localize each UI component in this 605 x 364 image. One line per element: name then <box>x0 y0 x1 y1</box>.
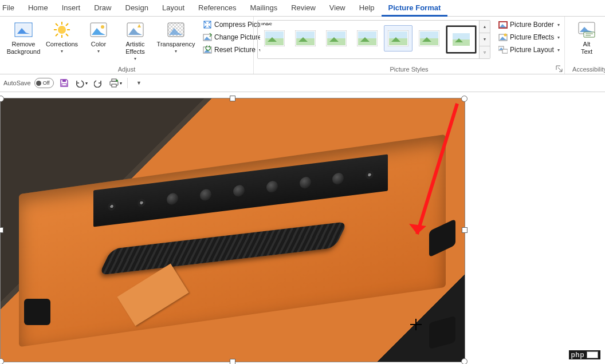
watermark: php <box>569 350 601 359</box>
transparency-icon <box>166 20 186 39</box>
corrections-button[interactable]: Corrections ▾ <box>44 19 80 55</box>
svg-line-10 <box>56 34 58 36</box>
color-button[interactable]: Color ▾ <box>80 19 117 55</box>
tab-file[interactable]: File <box>0 0 21 16</box>
resize-handle[interactable] <box>230 359 235 364</box>
gallery-scroll-down[interactable]: ▾ <box>480 33 490 46</box>
picture-style-thumb[interactable] <box>353 25 382 52</box>
quick-print-button[interactable]: ▾ <box>109 76 123 90</box>
resize-handle[interactable] <box>230 96 235 101</box>
tab-draw[interactable]: Draw <box>87 0 118 16</box>
picture-layout-button[interactable]: Picture Layout ▾ <box>496 44 562 56</box>
picture-style-thumb[interactable] <box>415 25 443 52</box>
group-label-picture-styles: Picture Styles <box>254 66 564 73</box>
change-picture-icon <box>203 33 212 42</box>
dropdown-caret-icon: ▾ <box>120 81 122 86</box>
picture-layout-icon <box>498 45 508 54</box>
gallery-expand[interactable]: ▿ <box>480 46 490 58</box>
svg-line-7 <box>56 23 58 26</box>
group-picture-styles: ▴ ▾ ▿ Picture Border ▾ Picture Effects ▾… <box>254 17 565 74</box>
svg-line-9 <box>66 23 68 26</box>
undo-icon <box>74 78 85 88</box>
picture-style-thumb[interactable] <box>384 25 412 52</box>
ribbon: Remove Background Corrections ▾ Color ▾ … <box>0 17 605 74</box>
print-icon <box>109 78 119 88</box>
tab-view[interactable]: View <box>323 0 352 16</box>
tab-design[interactable]: Design <box>119 0 155 16</box>
dropdown-caret-icon: ▾ <box>85 81 88 86</box>
separator <box>127 78 128 88</box>
tab-insert[interactable]: Insert <box>55 0 88 16</box>
svg-rect-54 <box>112 79 116 81</box>
svg-rect-35 <box>389 31 407 38</box>
tab-help[interactable]: Help <box>352 0 382 16</box>
gallery-scroll-up[interactable]: ▴ <box>480 21 490 33</box>
save-icon <box>60 78 69 88</box>
tab-picture-format[interactable]: Picture Format <box>382 0 448 17</box>
picture-border-button[interactable]: Picture Border ▾ <box>496 19 562 30</box>
toggle-knob-icon <box>36 81 41 86</box>
svg-rect-32 <box>358 31 376 38</box>
tab-review[interactable]: Review <box>284 0 323 16</box>
tab-mailings[interactable]: Mailings <box>243 0 285 16</box>
resize-handle[interactable] <box>0 358 4 364</box>
remove-background-button[interactable]: Remove Background <box>3 19 44 57</box>
picture-content <box>1 98 465 362</box>
autosave-toggle[interactable]: Off <box>34 78 54 88</box>
svg-line-8 <box>66 34 68 36</box>
autosave-label: AutoSave <box>3 80 31 86</box>
picture-effects-button[interactable]: Picture Effects ▾ <box>496 31 562 43</box>
dropdown-caret-icon: ▾ <box>175 49 177 54</box>
alt-text-icon <box>577 20 596 39</box>
dropdown-caret-icon: ▾ <box>557 48 560 53</box>
picture-style-thumb[interactable] <box>260 25 289 52</box>
resize-handle[interactable] <box>461 96 467 102</box>
redo-button[interactable] <box>92 76 105 90</box>
dropdown-caret-icon: ▾ <box>61 49 63 54</box>
reset-picture-icon <box>203 45 212 54</box>
save-button[interactable] <box>57 76 71 90</box>
compress-icon <box>203 20 212 29</box>
svg-point-56 <box>116 80 118 82</box>
undo-button[interactable]: ▾ <box>74 76 88 90</box>
tab-home[interactable]: Home <box>21 0 55 16</box>
resize-handle[interactable] <box>461 358 467 364</box>
document-area[interactable] <box>0 92 605 364</box>
selected-picture[interactable] <box>0 98 465 362</box>
svg-rect-46 <box>502 49 508 53</box>
artistic-effects-button[interactable]: Artistic Effects ▾ <box>117 19 154 62</box>
dropdown-caret-icon: ▾ <box>557 35 560 40</box>
svg-rect-23 <box>265 31 284 38</box>
alt-text-button[interactable]: Alt Text <box>568 19 605 57</box>
picture-style-thumb-selected[interactable] <box>446 25 477 54</box>
svg-point-2 <box>58 26 66 34</box>
svg-point-44 <box>504 34 507 37</box>
svg-rect-52 <box>62 84 66 86</box>
tab-layout[interactable]: Layout <box>155 0 191 16</box>
picture-styles-gallery: ▴ ▾ ▿ <box>257 20 490 59</box>
svg-rect-38 <box>420 31 438 38</box>
dialog-launcher-icon[interactable] <box>556 65 563 72</box>
picture-styles-side-buttons: Picture Border ▾ Picture Effects ▾ Pictu… <box>494 19 564 56</box>
svg-rect-55 <box>112 84 116 87</box>
qat-customize-button[interactable]: ▼ <box>132 76 146 90</box>
picture-effects-icon <box>498 33 508 42</box>
dropdown-caret-icon: ▾ <box>557 22 560 27</box>
ribbon-tabs: File Home Insert Draw Design Layout Refe… <box>0 0 605 17</box>
picture-style-thumb[interactable] <box>322 25 351 52</box>
picture-border-icon <box>498 20 508 29</box>
artistic-effects-icon <box>125 20 145 39</box>
dropdown-caret-icon: ▾ <box>134 56 136 61</box>
dropdown-caret-icon: ▾ <box>97 49 100 54</box>
remove-background-icon <box>14 20 33 39</box>
picture-style-thumb[interactable] <box>291 25 320 52</box>
tab-references[interactable]: References <box>191 0 243 16</box>
redo-icon <box>94 78 103 88</box>
group-label-accessibility: Accessibility <box>565 66 605 73</box>
svg-rect-29 <box>327 31 345 38</box>
chevron-down-icon: ▼ <box>136 80 142 86</box>
resize-handle[interactable] <box>462 227 467 233</box>
corrections-icon <box>52 20 72 39</box>
resize-handle[interactable] <box>0 227 3 233</box>
transparency-button[interactable]: Transparency ▾ <box>154 19 198 55</box>
